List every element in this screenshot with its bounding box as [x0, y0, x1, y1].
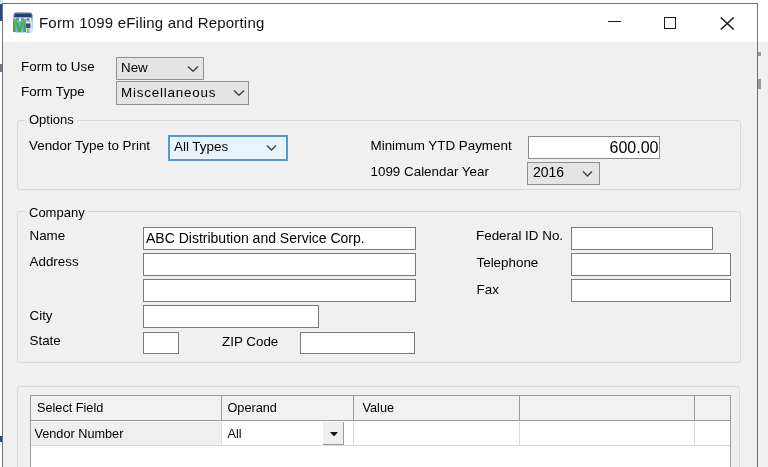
svg-text:M: M	[13, 15, 27, 33]
